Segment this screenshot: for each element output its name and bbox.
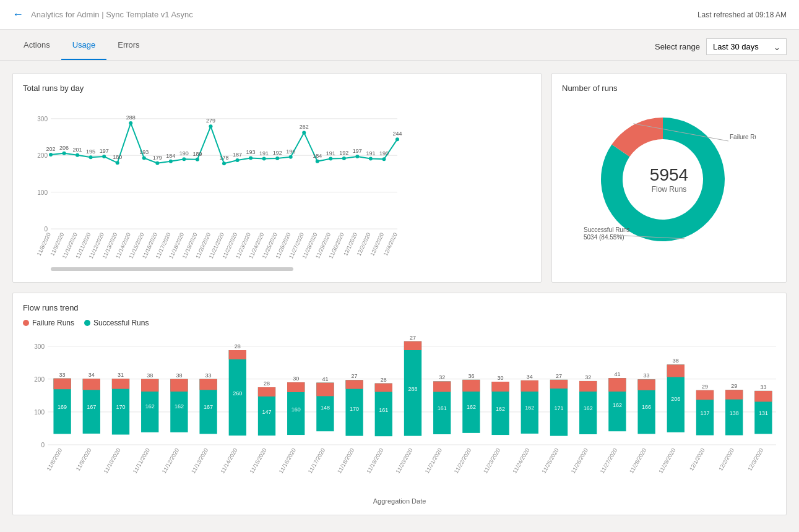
select-range-dropdown[interactable]: Last 30 days Last 7 days Last 90 days [706,38,787,55]
svg-text:162: 162 [145,403,155,410]
select-range-dropdown-wrapper[interactable]: Last 30 days Last 7 days Last 90 days [706,38,787,55]
svg-text:12/2/2020: 12/2/2020 [717,447,735,472]
legend-failure-dot [23,320,29,326]
svg-rect-215 [696,390,714,400]
svg-rect-110 [83,379,100,390]
donut-center: 5954 Flow Runs [650,165,688,194]
svg-rect-190 [550,380,568,388]
svg-point-83 [382,157,386,161]
tab-actions[interactable]: Actions [12,30,61,60]
svg-rect-145 [287,382,304,392]
svg-text:279: 279 [206,118,215,124]
legend-success: Successful Runs [84,319,149,327]
svg-point-41 [196,158,199,161]
svg-text:137: 137 [700,410,709,416]
svg-rect-120 [141,379,158,392]
svg-text:193: 193 [246,149,256,155]
top-bar: ← Analytics for Admin | Sync Template v1… [0,0,799,30]
svg-text:260: 260 [233,390,242,397]
top-bar-left: ← Analytics for Admin | Sync Template v1… [12,8,193,21]
line-chart-wrapper: 010020030020211/8/202020611/9/202020111/… [23,99,531,272]
svg-text:36: 36 [468,373,474,379]
svg-text:27: 27 [556,373,562,379]
svg-text:32: 32 [585,374,591,380]
svg-text:179: 179 [153,155,162,161]
svg-point-26 [129,121,132,125]
svg-text:11/12/2020: 11/12/2020 [161,447,180,474]
svg-text:244: 244 [392,131,402,137]
svg-rect-175 [462,380,480,392]
donut-chart-card: Number of runs Failure Runs 920 (15.45%)… [551,73,787,283]
svg-text:162: 162 [584,405,593,411]
svg-text:138: 138 [730,410,739,416]
svg-text:11/17/2020: 11/17/2020 [307,447,326,474]
svg-text:189: 189 [192,151,202,157]
svg-text:11/26/2020: 11/26/2020 [570,447,589,474]
svg-rect-155 [345,380,363,388]
line-chart-svg: 010020030020211/8/202020611/9/202020111/… [23,99,407,272]
svg-point-23 [116,161,119,165]
svg-text:30: 30 [293,375,299,382]
tab-errors[interactable]: Errors [106,30,150,60]
svg-rect-130 [199,379,217,390]
svg-text:169: 169 [58,404,67,410]
donut-chart-title: Number of runs [562,84,776,93]
svg-text:29: 29 [702,384,708,390]
svg-text:187: 187 [233,152,242,158]
svg-text:201: 201 [73,147,82,153]
svg-text:33: 33 [644,372,650,379]
svg-text:184: 184 [166,153,175,159]
svg-point-35 [169,160,173,163]
svg-text:197: 197 [353,148,362,154]
svg-text:Successful Runs: Successful Runs [584,226,629,233]
svg-text:12/1/2020: 12/1/2020 [688,447,706,472]
svg-text:160: 160 [292,406,301,413]
legend-success-label: Successful Runs [93,319,149,327]
svg-text:200: 200 [37,152,48,159]
svg-point-62 [289,155,293,159]
svg-text:200: 200 [34,376,45,383]
svg-point-56 [262,157,266,161]
svg-text:180: 180 [113,154,122,160]
svg-text:11/21/2020: 11/21/2020 [424,447,443,474]
svg-text:171: 171 [554,405,563,411]
svg-text:28: 28 [235,343,241,350]
svg-text:166: 166 [642,404,651,410]
svg-text:38: 38 [673,358,679,364]
svg-text:31: 31 [118,372,124,378]
svg-point-11 [63,152,66,155]
svg-text:167: 167 [204,404,213,410]
svg-text:38: 38 [176,372,182,379]
svg-text:11/13/2020: 11/13/2020 [190,447,209,474]
svg-text:162: 162 [525,405,534,411]
back-button[interactable]: ← [12,8,24,21]
main-content: Total runs by day 010020030020211/8/2020… [0,61,799,528]
tabs: Actions Usage Errors [12,30,151,60]
svg-text:12/4/2020: 12/4/2020 [382,232,399,257]
donut-label: Flow Runs [650,185,688,194]
svg-text:196: 196 [286,148,295,155]
donut-total: 5954 [650,165,688,185]
donut-wrapper: Failure Runs 920 (15.45%)Successful Runs… [562,99,776,260]
svg-rect-89 [51,267,293,271]
svg-point-47 [222,161,226,165]
svg-text:167: 167 [87,404,96,410]
svg-point-8 [49,153,53,157]
bar-chart-card: Flow runs trend Failure Runs Successful … [12,293,787,515]
tab-usage[interactable]: Usage [61,30,107,60]
svg-text:11/11/2020: 11/11/2020 [132,447,151,474]
svg-text:34: 34 [527,374,533,380]
svg-point-29 [142,156,146,160]
svg-text:27: 27 [410,335,416,341]
svg-point-86 [395,137,399,141]
svg-text:161: 161 [438,405,447,411]
svg-text:184: 184 [313,153,322,159]
svg-text:11/23/2020: 11/23/2020 [482,447,501,474]
svg-text:195: 195 [86,148,95,155]
line-chart-title: Total runs by day [23,84,531,93]
svg-text:193: 193 [139,149,149,155]
svg-point-38 [182,157,186,161]
svg-point-74 [342,157,346,160]
svg-text:190: 190 [379,150,389,157]
svg-rect-165 [404,341,421,350]
